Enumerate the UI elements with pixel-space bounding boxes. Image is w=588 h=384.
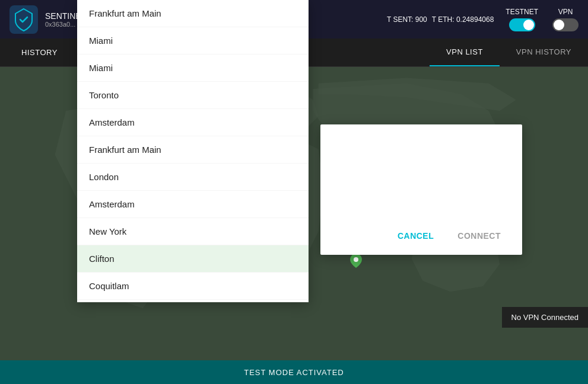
cancel-button[interactable]: CANCEL <box>388 226 443 245</box>
list-item[interactable]: Miami <box>77 55 309 82</box>
city-dropdown: Frankfurt am Main Miami Miami Toronto Am… <box>77 0 309 302</box>
list-item-clifton[interactable]: Clifton <box>77 245 309 273</box>
header-toggles: TESTNET VPN <box>506 8 579 31</box>
dialog-actions: CANCEL CONNECT <box>332 226 510 245</box>
vpn-history-tab[interactable]: VPN HISTORY <box>500 39 588 66</box>
header-stats: T SENT: 900 T ETH: 0.24894068 <box>387 15 494 24</box>
dropdown-scroll[interactable]: Frankfurt am Main Miami Miami Toronto Am… <box>77 0 309 302</box>
list-item[interactable]: Frankfurt am Main <box>77 136 309 164</box>
connect-button[interactable]: CONNECT <box>448 226 510 245</box>
list-item[interactable]: Amsterdam <box>77 191 309 218</box>
svg-rect-0 <box>9 5 38 34</box>
list-item[interactable]: Amsterdam <box>77 109 309 136</box>
list-item[interactable]: New York <box>77 218 309 245</box>
list-item[interactable]: Coquitlam <box>77 273 309 300</box>
no-vpn-badge: No VPN Connected <box>502 307 588 328</box>
list-item[interactable]: Amsterdam <box>77 300 309 302</box>
footer: TEST MODE ACTIVATED <box>0 360 588 384</box>
history-tab[interactable]: HISTORY <box>9 40 69 65</box>
list-item[interactable]: Toronto <box>77 82 309 109</box>
eth-balance: T ETH: 0.24894068 <box>432 15 494 24</box>
connect-dialog: CANCEL CONNECT <box>320 124 522 255</box>
list-item[interactable]: Frankfurt am Main <box>77 0 309 27</box>
testnet-label: TESTNET <box>506 8 538 16</box>
vpn-list-tab[interactable]: VPN LIST <box>430 39 500 66</box>
testnet-toggle-group: TESTNET <box>506 8 538 31</box>
app-logo <box>9 5 38 34</box>
list-item[interactable]: Miami <box>77 27 309 55</box>
svg-point-1 <box>354 257 358 262</box>
vpn-label: VPN <box>558 8 573 16</box>
sent-label: T SENT: 900 <box>387 15 427 24</box>
vpn-toggle-group: VPN <box>552 8 579 31</box>
list-item[interactable]: London <box>77 164 309 191</box>
testnet-toggle[interactable] <box>509 18 535 31</box>
testnet-knob <box>523 20 534 30</box>
map-pin[interactable] <box>350 254 362 265</box>
footer-text: TEST MODE ACTIVATED <box>244 368 344 377</box>
vpn-toggle[interactable] <box>552 18 579 31</box>
vpn-knob <box>554 20 564 30</box>
right-tabs: VPN LIST VPN HISTORY <box>430 39 588 66</box>
